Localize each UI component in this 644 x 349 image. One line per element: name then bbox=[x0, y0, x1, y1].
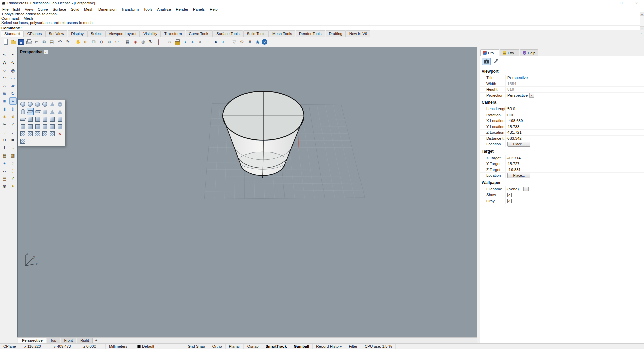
toolbar-tab-visibility[interactable]: Visibility bbox=[140, 30, 160, 37]
toolbar-tab-standard[interactable]: Standard bbox=[1, 30, 24, 37]
mesh-rebuild-icon[interactable] bbox=[34, 130, 41, 137]
viewport-title-text[interactable]: Perspective bbox=[20, 50, 42, 54]
pan-hand-icon[interactable]: ✋ bbox=[75, 38, 82, 45]
paste-icon[interactable]: ▤ bbox=[48, 38, 55, 45]
mesh-plane-icon[interactable] bbox=[34, 108, 41, 115]
polyline-icon[interactable]: ⋀ bbox=[1, 59, 8, 66]
toolbar-tab-mesh-tools[interactable]: Mesh Tools bbox=[269, 30, 295, 37]
toolbar-tab-transform[interactable]: Transform bbox=[161, 30, 185, 37]
scroll-down-icon[interactable]: ▼ bbox=[640, 26, 644, 30]
viewport-properties-button[interactable] bbox=[482, 58, 491, 65]
panel-tab-help[interactable]: ?Help bbox=[520, 49, 538, 56]
offset-icon[interactable]: ≍ bbox=[9, 136, 17, 143]
toolbar-tab-new-in-v6[interactable]: New in V6 bbox=[346, 30, 370, 37]
wallpaper-filename-value[interactable]: (none) bbox=[506, 187, 523, 191]
revolve-icon[interactable]: ↻ bbox=[9, 90, 17, 97]
toolbar-tab-render-tools[interactable]: Render Tools bbox=[296, 30, 325, 37]
toolbar-overflow-icon[interactable]: » bbox=[640, 31, 642, 35]
gray-checkbox[interactable]: ✓ bbox=[507, 199, 512, 203]
menu-transform[interactable]: Transform bbox=[119, 7, 141, 12]
mesh-paraboloid-icon[interactable] bbox=[49, 101, 56, 108]
toggle-osnap[interactable]: Osnap bbox=[244, 344, 262, 349]
cplane-button[interactable]: CPlane bbox=[0, 344, 21, 349]
detail-properties-button[interactable] bbox=[492, 58, 500, 65]
mesh-fill-hole-icon[interactable] bbox=[27, 130, 34, 137]
toolbar-tab-drafting[interactable]: Drafting bbox=[326, 30, 346, 37]
command-scrollbar[interactable]: ▲ ▼ bbox=[640, 12, 644, 30]
viewport-tab-top[interactable]: Top bbox=[47, 338, 60, 343]
menu-view[interactable]: View bbox=[22, 7, 35, 12]
sphere-icon[interactable]: ● bbox=[9, 97, 17, 105]
command-prompt[interactable]: Command: bbox=[0, 25, 644, 30]
notes-icon[interactable]: ▤ bbox=[1, 175, 8, 182]
menu-tools[interactable]: Tools bbox=[141, 7, 155, 12]
mesh-box-icon[interactable] bbox=[41, 108, 48, 115]
panel-tab-lay[interactable]: Lay... bbox=[500, 49, 519, 56]
property-value[interactable]: 0.0 bbox=[506, 113, 529, 117]
layer-table-icon[interactable]: ▦ bbox=[124, 38, 131, 45]
property-value[interactable]: 48.727 bbox=[506, 162, 529, 166]
menu-surface[interactable]: Surface bbox=[50, 7, 69, 12]
curve-icon[interactable]: ∿ bbox=[9, 59, 17, 66]
dimension-icon[interactable]: ↔ bbox=[9, 144, 17, 151]
property-value[interactable]: 48.733 bbox=[506, 125, 529, 129]
mesh-thicken-icon[interactable] bbox=[34, 116, 41, 123]
mesh-boolean-difference-icon[interactable] bbox=[41, 123, 48, 130]
mesh-unweld-icon[interactable] bbox=[49, 116, 56, 123]
cup-model[interactable] bbox=[223, 91, 304, 178]
rotate-view-icon[interactable]: ↻ bbox=[147, 38, 154, 45]
rectangle-icon[interactable]: ▭ bbox=[9, 74, 17, 82]
spray-icon[interactable]: ✦ bbox=[9, 182, 17, 190]
point-cloud-icon[interactable]: ⋮ bbox=[9, 167, 17, 174]
mesh-ellipsoid-icon[interactable] bbox=[41, 101, 48, 108]
property-value[interactable]: 50.0 bbox=[506, 107, 529, 111]
camera-place-button[interactable]: Place... bbox=[507, 142, 530, 147]
bolt-icon[interactable]: ↯ bbox=[9, 113, 17, 120]
menu-render[interactable]: Render bbox=[173, 7, 191, 12]
text-icon[interactable]: T bbox=[1, 144, 8, 151]
menu-analyze[interactable]: Analyze bbox=[155, 7, 173, 12]
mesh-weld-icon[interactable] bbox=[41, 116, 48, 123]
grid-snap-icon[interactable]: ∷ bbox=[1, 167, 8, 174]
property-value[interactable]: 663.342 bbox=[506, 136, 529, 140]
zoom-extents-icon[interactable]: ⊛ bbox=[106, 38, 113, 45]
cut-icon[interactable]: ✂ bbox=[33, 38, 40, 45]
close-button[interactable]: × bbox=[629, 0, 644, 6]
mesh-cone-icon[interactable] bbox=[49, 108, 56, 115]
menu-mesh[interactable]: Mesh bbox=[82, 7, 96, 12]
add-viewport-button[interactable]: + bbox=[93, 338, 99, 343]
panel-tab-pro[interactable]: Pro... bbox=[480, 49, 499, 56]
named-views-icon[interactable]: ◈ bbox=[132, 38, 139, 45]
property-value[interactable]: -498.639 bbox=[506, 119, 529, 123]
chamfer-icon[interactable]: ◟ bbox=[9, 128, 17, 136]
menu-curve[interactable]: Curve bbox=[35, 7, 50, 12]
restore-button[interactable]: □ bbox=[614, 0, 629, 6]
zoom-lens-icon[interactable]: ⊕ bbox=[1, 182, 8, 190]
viewport-tab-perspective[interactable]: Perspective bbox=[18, 338, 46, 343]
show-checkbox[interactable]: ✓ bbox=[507, 193, 512, 197]
mesh-repair-icon[interactable] bbox=[19, 130, 26, 137]
render-icon[interactable]: ◑ bbox=[181, 38, 188, 45]
mesh-sphere-uv-icon[interactable] bbox=[19, 101, 26, 108]
selection-filter-icon[interactable]: ▽ bbox=[231, 38, 238, 45]
loft-icon[interactable]: ≋ bbox=[1, 90, 8, 97]
mesh-boolean-split-icon[interactable] bbox=[56, 123, 63, 130]
mesh-split-icon[interactable] bbox=[19, 123, 26, 130]
menu-edit[interactable]: Edit bbox=[11, 7, 23, 12]
mesh-cylinder-icon[interactable] bbox=[19, 108, 26, 115]
toolbar-tab-select[interactable]: Select bbox=[87, 30, 105, 37]
toggle-record-history[interactable]: Record History bbox=[313, 344, 345, 349]
help-icon[interactable]: ? bbox=[262, 39, 267, 45]
viewport-tab-front[interactable]: Front bbox=[61, 338, 77, 343]
check-icon[interactable]: ✓ bbox=[9, 175, 17, 182]
surface-icon[interactable]: ▰ bbox=[9, 82, 17, 89]
array-icon[interactable]: ▩ bbox=[9, 151, 17, 159]
layer-indicator[interactable]: Default bbox=[134, 344, 184, 349]
extrude-icon[interactable]: ⇧ bbox=[9, 105, 17, 113]
render-sphere-icon[interactable]: ● bbox=[1, 159, 8, 167]
property-value[interactable]: 431.721 bbox=[506, 130, 529, 134]
units-label[interactable]: Millimeters bbox=[106, 344, 134, 349]
perspective-viewport[interactable]: Perspective ▼ bbox=[17, 47, 477, 337]
scroll-up-icon[interactable]: ▲ bbox=[640, 12, 644, 16]
earth-icon[interactable]: ◉ bbox=[254, 38, 261, 45]
